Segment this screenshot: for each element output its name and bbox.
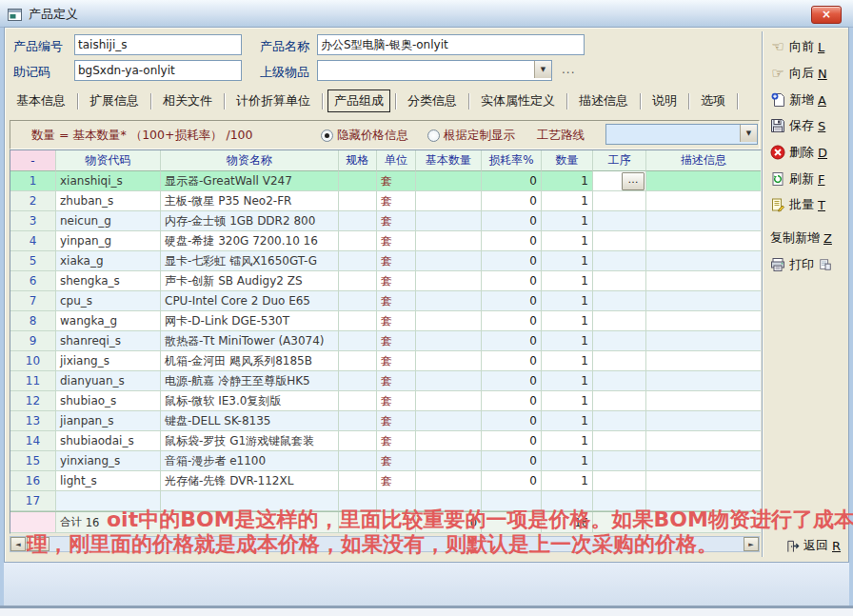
more-button[interactable]: ... [562,63,575,76]
cell-process [593,231,646,251]
cell-spec [339,311,377,331]
quantity-formula-bar: 数量 = 基本数量* （100+损耗率） /100 隐藏价格信息 根据定制显示 … [10,120,760,149]
table-row[interactable]: 8wangka_g网卡-D-Link DGE-530T套01 [10,311,761,331]
tab-options[interactable]: 选项 [694,90,732,111]
cell-material-name: 音箱-漫步者 e1100 [161,451,339,471]
cell-qty: 1 [542,371,593,391]
cell-qty: 1 [542,291,593,311]
close-button[interactable]: × [811,6,842,24]
custom-display-radio[interactable] [427,129,440,142]
parent-item-combo[interactable]: ▼ [317,60,552,81]
hide-price-radio[interactable] [321,129,333,142]
table-row[interactable]: 13jianpan_s键盘-DELL SK-8135套01 [10,411,761,431]
cell-process [593,351,646,371]
forward-button[interactable]: ☜ 向前 L [770,38,824,55]
cell-material-code: shubiaodai_s [56,431,161,451]
cell-desc [646,471,761,491]
batch-button[interactable]: 批量 T [770,196,825,213]
tab-extended-info[interactable]: 扩展信息 [83,90,146,111]
cell-unit: 套 [377,211,416,231]
save-button[interactable]: 保存 S [770,117,825,134]
cell-material-name: 散热器-Tt MiniTower (A3074) [161,331,339,351]
table-row[interactable]: 14shubiaodai_s鼠标袋-罗技 G1游戏键鼠套装套01 [10,431,761,451]
cell-material-name: 光存储-先锋 DVR-112XL [161,471,339,491]
refresh-button[interactable]: 刷新 F [770,170,824,188]
cell-material-name: 主板-微星 P35 Neo2-FR [161,191,339,211]
cell-loss-rate: 0 [482,431,542,451]
ellipsis-button[interactable]: … [622,172,645,190]
backward-button[interactable]: ☞ 向后 N [770,65,827,82]
table-row[interactable]: 9shanreqi_s散热器-Tt MiniTower (A3074)套01 [10,331,761,351]
hide-price-label: 隐藏价格信息 [337,128,408,144]
process-route-combo[interactable]: ▼ [605,124,758,145]
table-row[interactable]: 15yinxiang_s音箱-漫步者 e1100套01 [10,451,761,471]
tab-product-composition[interactable]: 产品组成 [327,89,390,112]
mnemonic-label: 助记码 [13,64,50,81]
cell-unit: 套 [377,231,416,251]
table-row[interactable]: 16light_s光存储-先锋 DVR-112XL套01 [10,471,761,491]
cell-qty: 1 [542,431,593,451]
tab-category-info[interactable]: 分类信息 [401,90,464,111]
parent-item-label: 上级物品 [260,64,309,81]
add-button[interactable]: 新增 A [770,91,826,109]
window-icon [8,7,22,19]
tab-entity-attributes[interactable]: 实体属性定义 [474,90,562,111]
cell-qty: 1 [542,411,593,431]
tab-basic-info[interactable]: 基本信息 [10,90,72,111]
tab-description-info[interactable]: 描述信息 [572,90,635,111]
table-row[interactable]: 11dianyuan_s电源-航嘉 冷静王至尊版HK5套01 [10,371,761,391]
table-row[interactable]: 7cpu_sCPU-Intel Core 2 Duo E65套01 [10,291,761,311]
cell-rownum: 13 [10,411,56,431]
table-row[interactable]: 5xiaka_g显卡-七彩虹 镭风X1650GT-G套01 [10,251,761,271]
product-name-label: 产品名称 [260,38,309,55]
cell-base-qty [416,311,482,331]
tab-pricing-unit[interactable]: 计价折算单位 [229,90,317,111]
cell-unit: 套 [377,311,416,331]
cell-process [593,471,646,491]
cell-material-code: jianpan_s [56,411,161,431]
tab-notes[interactable]: 说明 [645,90,684,111]
table-row[interactable]: 2zhuban_s主板-微星 P35 Neo2-FR套01 [10,191,761,211]
parent-item-dropdown-button[interactable]: ▼ [534,61,551,78]
table-row[interactable]: 4yinpan_g硬盘-希捷 320G 7200.10 16套01 [10,231,761,251]
hand-right-icon: ☞ [770,66,785,81]
window-bottom-margin [0,608,853,616]
cell-desc [646,331,761,351]
table-row[interactable]: 3neicun_g内存-金士顿 1GB DDR2 800套01 [10,211,761,231]
scroll-left-button[interactable]: ◄ [10,537,26,551]
cell-rownum: 7 [10,291,56,311]
mnemonic-field[interactable]: bgSxdn-ya-onlyit [74,60,242,81]
table-row[interactable]: 6shengka_s声卡-创新 SB Audigy2 ZS套01 [10,271,761,291]
cell-material-name: 硬盘-希捷 320G 7200.10 16 [161,231,339,251]
cell-loss-rate: 0 [482,191,542,211]
cell-loss-rate: 0 [482,171,542,191]
product-code-field[interactable]: taishiji_s [74,34,242,55]
copy-new-button[interactable]: 复制新增 Z [770,229,832,247]
delete-button[interactable]: 删除 D [770,144,827,161]
cell-rownum: 6 [10,271,56,291]
cell-loss-rate: 0 [482,331,542,351]
cell-loss-rate: 0 [482,271,542,291]
cell-process [593,451,646,471]
tab-related-files[interactable]: 相关文件 [156,90,219,111]
cell-material-code: yinxiang_s [56,451,161,471]
header-base-qty: 基本数量 [416,150,482,171]
cell-material-code: shubiao_s [56,391,161,411]
header-qty: 数量 [542,150,593,171]
cell-loss-rate: 0 [482,451,542,471]
table-row[interactable]: 10jixiang_s机箱-金河田 飓风系列8185B套01 [10,351,761,371]
cell-spec [339,371,377,391]
cell-unit: 套 [377,471,416,491]
scroll-right-button[interactable]: ► [744,537,759,551]
return-button[interactable]: 返回 R [784,537,841,554]
table-row[interactable]: 1xianshiqi_s显示器-GreatWall V247套01… [10,171,761,191]
cell-base-qty [416,291,482,311]
print-button[interactable]: 打印 [770,256,833,273]
process-route-dropdown-button[interactable]: ▼ [740,125,757,142]
cell-process [593,211,646,231]
cell-unit: 套 [377,411,416,431]
header-rownum: - [10,150,56,171]
table-row[interactable]: 12shubiao_s鼠标-微软 IE3.0复刻版套01 [10,391,761,411]
cell-base-qty [416,211,482,231]
product-name-field[interactable]: 办公S型电脑-银奥-onlyit [317,34,585,55]
